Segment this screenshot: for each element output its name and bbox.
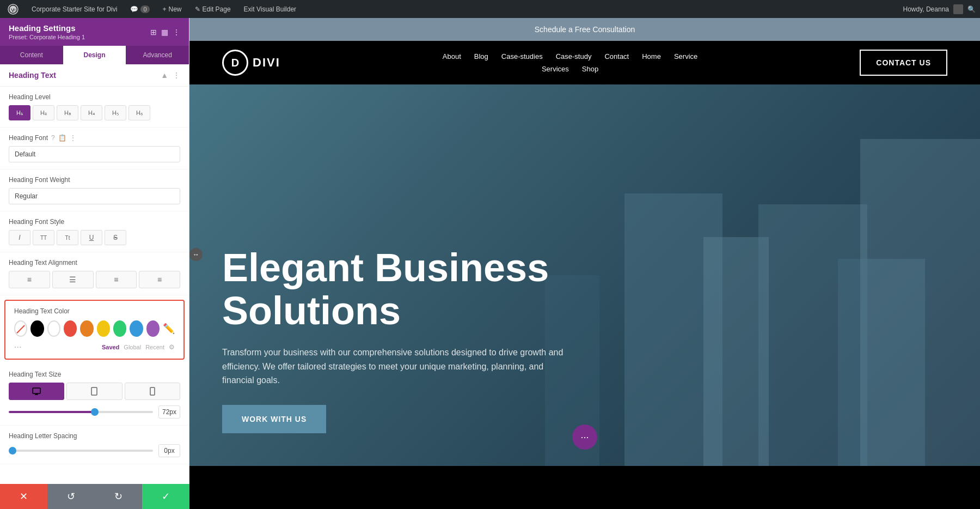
svg-rect-3 [150, 387, 155, 395]
nav-items: About Blog Case-studies Case-study Conta… [443, 50, 698, 75]
h3-button[interactable]: H₃ [57, 105, 78, 120]
font-more-icon[interactable]: ⋮ [70, 134, 76, 142]
tab-advanced[interactable]: Advanced [126, 46, 189, 64]
nav-about[interactable]: About [443, 50, 461, 63]
site-name[interactable]: DIVI Corporate Starter Site for Divi [28, 0, 120, 18]
nav-blog[interactable]: Blog [474, 50, 488, 63]
nav-case-study[interactable]: Case-study [556, 50, 592, 63]
h5-button[interactable]: H₅ [105, 105, 126, 120]
heading-letter-spacing-label: Heading Letter Spacing [9, 432, 180, 440]
font-help-icon[interactable]: ? [51, 134, 55, 142]
user-avatar[interactable] [953, 4, 963, 14]
text-size-value[interactable]: 72px [158, 405, 180, 419]
mobile-size-button[interactable] [125, 383, 180, 400]
right-preview: Schedule a Free Consultation D DIVI Abou… [189, 18, 980, 509]
transparent-swatch[interactable] [14, 320, 27, 337]
admin-bar: DIVI Corporate Starter Site for Divi 💬 0… [0, 0, 980, 18]
nav-case-studies[interactable]: Case-studies [501, 50, 543, 63]
panel-footer: ✕ ↺ ↻ ✓ [0, 484, 189, 509]
left-panel: Heading Settings Preset: Corporate Headi… [0, 18, 189, 509]
panel-more-icon[interactable]: ⋮ [173, 28, 180, 37]
site-logo[interactable]: D DIVI [222, 50, 280, 76]
cancel-button[interactable]: ✕ [0, 484, 47, 509]
nav-contact[interactable]: Contact [604, 50, 629, 63]
purple-swatch[interactable] [146, 320, 160, 337]
more-colors-button[interactable]: ··· [14, 342, 21, 352]
recent-colors-tab[interactable]: Recent [145, 344, 164, 350]
underline-button[interactable]: U [81, 230, 102, 245]
nav-services[interactable]: Services [542, 63, 569, 75]
exit-builder-button[interactable]: Exit Visual Builder [241, 0, 300, 18]
contact-us-button[interactable]: CONTACT US [860, 50, 947, 76]
work-with-us-button[interactable]: WORK WITH US [222, 405, 326, 433]
orange-swatch[interactable] [80, 320, 93, 337]
text-size-slider[interactable] [9, 411, 153, 413]
heading-text-size-group: Heading Text Size 72px [0, 364, 189, 426]
heading-level-buttons: H₁ H₂ H₃ H₄ H₅ H₆ [9, 105, 180, 120]
red-swatch[interactable] [64, 320, 77, 337]
heading-font-select[interactable]: Default [9, 146, 180, 162]
redo-button[interactable]: ↻ [95, 484, 142, 509]
site-nav: D DIVI About Blog Case-studies Case-stud… [189, 41, 980, 84]
strikethrough-button[interactable]: S [105, 230, 126, 245]
green-swatch[interactable] [113, 320, 126, 337]
black-swatch[interactable] [30, 320, 44, 337]
global-colors-tab[interactable]: Global [124, 344, 141, 350]
color-picker-icon[interactable]: ✏️ [163, 323, 175, 335]
align-right-button[interactable]: ≡ [96, 271, 137, 288]
nav-shop[interactable]: Shop [582, 63, 598, 75]
h4-button[interactable]: H₄ [81, 105, 102, 120]
letter-spacing-slider[interactable] [9, 450, 153, 452]
size-slider-container: 72px [9, 405, 180, 419]
heading-font-weight-select[interactable]: Regular [9, 188, 180, 204]
yellow-swatch[interactable] [97, 320, 110, 337]
heading-text-alignment-label: Heading Text Alignment [9, 259, 180, 266]
tab-content[interactable]: Content [0, 46, 63, 64]
panel-layout-icon[interactable]: ▦ [161, 28, 168, 37]
h6-button[interactable]: H₆ [128, 105, 150, 120]
desktop-size-button[interactable] [9, 383, 64, 400]
h1-button[interactable]: H₁ [9, 105, 30, 120]
letter-spacing-value[interactable]: 0px [158, 444, 180, 457]
capitalize-button[interactable]: Tt [57, 230, 78, 245]
tablet-size-button[interactable] [66, 383, 122, 400]
h2-button[interactable]: H₂ [33, 105, 54, 120]
blue-swatch[interactable] [130, 320, 143, 337]
panel-header-icons: ⊞ ▦ ⋮ [150, 28, 180, 37]
search-icon[interactable]: 🔍 [967, 5, 976, 13]
tab-design[interactable]: Design [63, 46, 126, 64]
save-button[interactable]: ✓ [142, 484, 189, 509]
user-greeting: Howdy, Deanna [903, 5, 950, 13]
saved-colors-tab[interactable]: Saved [102, 344, 119, 350]
wp-logo-button[interactable] [4, 0, 22, 18]
italic-button[interactable]: I [9, 230, 30, 245]
resize-handle[interactable]: ↔ [189, 248, 203, 261]
uppercase-button[interactable]: TT [33, 230, 54, 245]
nav-home[interactable]: Home [642, 50, 661, 63]
panel-preset: Preset: Corporate Heading 1 [9, 34, 85, 40]
heading-letter-spacing-group: Heading Letter Spacing 0px [0, 426, 189, 464]
heading-font-label: Heading Font ? 📋 ⋮ [9, 134, 180, 142]
section-more-icon[interactable]: ⋮ [173, 71, 180, 80]
align-justify-button[interactable]: ≡ [139, 271, 180, 288]
align-left-button[interactable]: ≡ [9, 271, 50, 288]
color-settings-icon[interactable]: ⚙ [169, 343, 175, 351]
site-title-text: Corporate Starter Site for Divi [32, 5, 117, 13]
edit-page-button[interactable]: ✎ Edit Page [192, 0, 234, 18]
section-header: Heading Text ▲ ⋮ [0, 64, 189, 87]
white-swatch[interactable] [47, 320, 60, 337]
comments-button[interactable]: 💬 0 [127, 0, 152, 18]
logo-text: DIVI [253, 56, 280, 70]
align-center-button[interactable]: ☰ [52, 271, 94, 288]
section-title: Heading Text [9, 71, 56, 80]
panel-tabs: Content Design Advanced [0, 46, 189, 64]
nav-service[interactable]: Service [674, 50, 697, 63]
panel-settings-icon[interactable]: ⊞ [150, 28, 157, 37]
new-button[interactable]: + New [160, 0, 185, 18]
heading-font-style-group: Heading Font Style I TT Tt U S [0, 211, 189, 252]
font-copy-icon[interactable]: 📋 [58, 134, 66, 142]
collapse-icon[interactable]: ▲ [161, 71, 168, 80]
letter-spacing-container: 0px [9, 444, 180, 457]
fab-menu-button[interactable]: ··· [572, 425, 597, 450]
undo-button[interactable]: ↺ [47, 484, 95, 509]
